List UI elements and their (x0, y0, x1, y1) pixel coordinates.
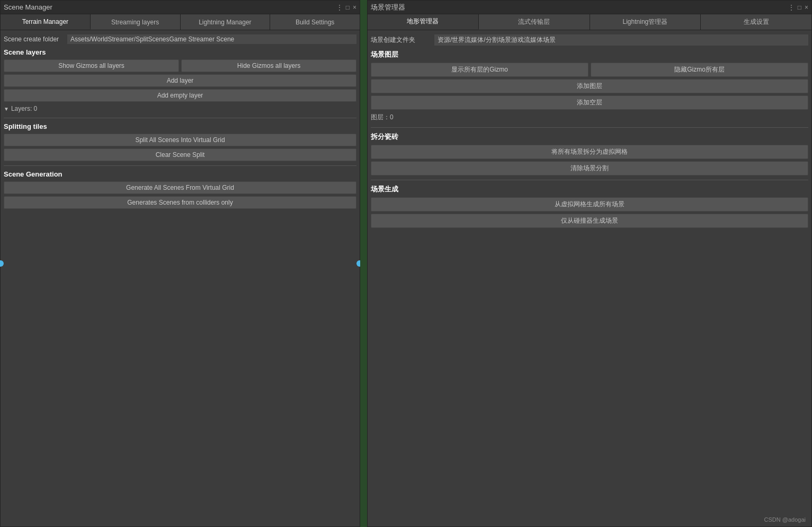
left-window-title: Scene Manager (4, 3, 52, 11)
left-resize-handle-left[interactable] (0, 260, 4, 267)
scene-create-value: Assets/WorldStreamer/SplitScenesGame Str… (67, 34, 356, 44)
left-window-controls: ⋮ □ × (336, 4, 356, 11)
gizmos-btn-row: Show Gizmos all layers Hide Gizmos all l… (4, 59, 356, 72)
right-scene-generation-header: 场景生成 (371, 185, 808, 194)
right-show-gizmos-button[interactable]: 显示所有层的Gizmo (371, 63, 588, 77)
right-scene-create-label: 场景创建文件夹 (371, 36, 434, 45)
right-tab-streaming-layers[interactable]: 流式传输层 (479, 14, 590, 30)
right-maximize-icon[interactable]: □ (798, 4, 801, 11)
right-panel-content: 场景创建文件夹 资源/世界流媒体/分割场景游戏流媒体场景 场景图层 显示所有层的… (368, 30, 811, 234)
right-tab-build-settings[interactable]: 生成设置 (701, 14, 811, 30)
tab-lightning-manager[interactable]: Lightning Manager (181, 14, 271, 30)
right-tab-lightning-manager[interactable]: Lightning管理器 (590, 14, 701, 30)
watermark: CSDN @adogai (764, 516, 806, 523)
divider-2 (4, 165, 356, 166)
right-gizmos-btn-row: 显示所有层的Gizmo 隐藏Gizmo所有层 (371, 63, 808, 77)
clear-scene-split-button[interactable]: Clear Scene Split (4, 148, 356, 161)
right-tab-terrain-manager[interactable]: 地形管理器 (368, 14, 479, 30)
right-split-all-scenes-button[interactable]: 将所有场景拆分为虚拟网格 (371, 145, 808, 159)
splitting-tiles-header: Splitting tiles (4, 122, 356, 130)
scene-generation-header: Scene Generation (4, 170, 356, 178)
right-divider-2 (371, 180, 808, 180)
right-scene-create-folder-row: 场景创建文件夹 资源/世界流媒体/分割场景游戏流媒体场景 (371, 34, 808, 46)
left-close-icon[interactable]: × (353, 4, 356, 11)
tab-terrain-manager[interactable]: Terrain Manager (1, 14, 91, 30)
right-add-layer-button[interactable]: 添加图层 (371, 79, 808, 93)
right-divider-1 (371, 127, 808, 128)
tab-build-settings[interactable]: Build Settings (270, 14, 360, 30)
show-gizmos-button[interactable]: Show Gizmos all layers (4, 59, 179, 72)
right-layers-count: 图层：0 (371, 113, 394, 122)
right-tab-bar: 地形管理器 流式传输层 Lightning管理器 生成设置 (368, 14, 811, 30)
tab-streaming-layers[interactable]: Streaming layers (91, 14, 181, 30)
scene-create-folder-row: Scene create folder Assets/WorldStreamer… (4, 34, 356, 44)
right-generate-all-scenes-button[interactable]: 从虚拟网格生成所有场景 (371, 197, 808, 212)
left-titlebar: Scene Manager ⋮ □ × (1, 1, 360, 14)
generate-all-scenes-button[interactable]: Generate All Scenes From Virtual Grid (4, 181, 356, 194)
left-maximize-icon[interactable]: □ (346, 4, 350, 11)
split-all-scenes-button[interactable]: Split All Scenes Into Virtual Grid (4, 134, 356, 146)
add-layer-button[interactable]: Add layer (4, 74, 356, 87)
layers-triangle-icon: ▼ (4, 106, 9, 112)
right-splitting-tiles-header: 拆分瓷砖 (371, 132, 808, 142)
right-generate-colliders-button[interactable]: 仅从碰撞器生成场景 (371, 214, 808, 228)
right-clear-scene-split-button[interactable]: 清除场景分割 (371, 161, 808, 175)
right-scene-create-value: 资源/世界流媒体/分割场景游戏流媒体场景 (434, 34, 808, 46)
right-menu-icon[interactable]: ⋮ (788, 4, 795, 11)
left-menu-icon[interactable]: ⋮ (336, 4, 343, 11)
layers-info: ▼ Layers: 0 (4, 105, 356, 112)
right-window-controls: ⋮ □ × (788, 4, 808, 11)
right-layers-info: 图层：0 (371, 113, 808, 122)
left-panel: Scene Manager ⋮ □ × Terrain Manager Stre… (0, 0, 360, 527)
generate-colliders-button[interactable]: Generates Scenes from colliders only (4, 196, 356, 209)
right-panel: 场景管理器 ⋮ □ × 地形管理器 流式传输层 Lightning管理器 生成设… (367, 0, 812, 527)
divider-1 (4, 118, 356, 118)
right-close-icon[interactable]: × (805, 4, 808, 11)
hide-gizmos-button[interactable]: Hide Gizmos all layers (181, 59, 356, 72)
scene-background-strip (360, 0, 367, 527)
scene-create-label: Scene create folder (4, 36, 67, 43)
right-titlebar: 场景管理器 ⋮ □ × (368, 1, 811, 14)
right-scene-layers-header: 场景图层 (371, 50, 808, 59)
layers-count: Layers: 0 (11, 105, 37, 112)
add-empty-layer-button[interactable]: Add empty layer (4, 89, 356, 102)
left-tab-bar: Terrain Manager Streaming layers Lightni… (1, 14, 360, 30)
right-add-empty-layer-button[interactable]: 添加空层 (371, 95, 808, 110)
left-panel-content: Scene create folder Assets/WorldStreamer… (1, 30, 360, 215)
right-hide-gizmos-button[interactable]: 隐藏Gizmo所有层 (591, 63, 808, 77)
scene-layers-header: Scene layers (4, 48, 356, 56)
right-window-title: 场景管理器 (371, 3, 405, 12)
